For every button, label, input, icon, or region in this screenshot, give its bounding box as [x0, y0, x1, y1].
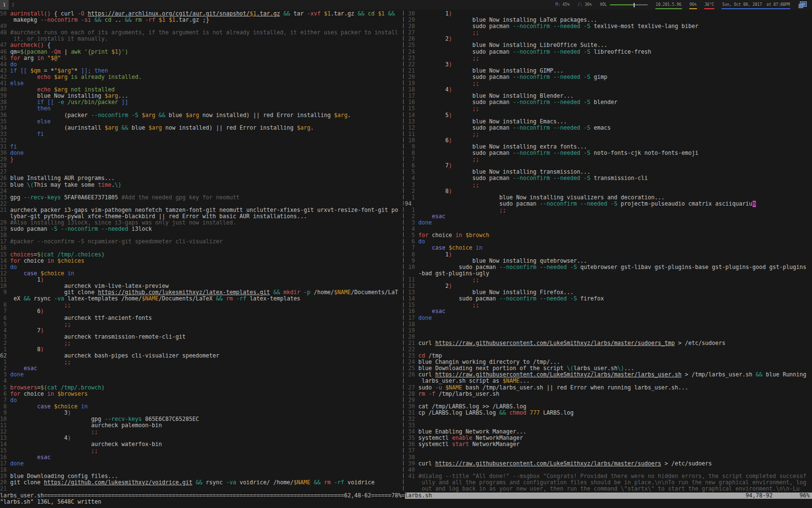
code-text: eX && rsync -va latex-templates /home/$N… [10, 296, 300, 302]
code-text: do [10, 264, 17, 270]
code-line: 19 ;; [405, 80, 812, 87]
code-line: 19 [405, 328, 812, 334]
code-line: 11 1) [0, 277, 402, 283]
line-number: 18 [0, 232, 10, 239]
code-text: aurcheck palemoon-bin [10, 422, 162, 429]
code-line: 4 sudo pacman --noconfirm --needed -S tr… [405, 175, 812, 181]
code-text: if [[ $qm = *"$arg"* ]]; then [10, 68, 108, 74]
code-text: aurcheck vim-live-latex-preview [10, 283, 169, 289]
code-line: 35 systemctl enable NetworkManager [405, 435, 812, 441]
line-number: 20 [405, 74, 419, 80]
code-line: 24 blue Changin working directory to /tm… [405, 359, 812, 365]
volume-slider[interactable] [610, 0, 648, 10]
line-number: 9 [405, 144, 419, 150]
code-line: 10 gpg --recv-keys 865E6C87C65285EC [0, 416, 402, 422]
line-number: 38 [405, 454, 419, 461]
code-text: curl https://raw.githubusercontent.com/L… [419, 461, 712, 467]
code-line: 23 gpg --recv-keys 5FAF0A6EE7371805 #Add… [0, 194, 402, 201]
code-text: 1) [419, 252, 452, 258]
line-number: 31 [0, 144, 10, 150]
line-number: 20 [405, 334, 419, 340]
code-text: 7) [419, 163, 452, 169]
code-text: 8) [10, 346, 44, 353]
line-number: 36 [0, 112, 10, 119]
workspace-tag-2[interactable]: 2 [9, 0, 17, 10]
code-line: 46 qm=$(pacman -Qm | awk '{print $1}') [0, 49, 402, 55]
code-line: 8 ;; [0, 302, 402, 308]
code-text: gpg --recv-keys 5FAF0A6EE7371805 #Add th… [10, 194, 240, 201]
code-line: 41 else [0, 80, 402, 87]
code-line: 36 (packer --noconfirm -S $arg && blue $… [0, 112, 402, 119]
line-number: 36 [405, 441, 419, 448]
line-number: 1 [405, 207, 419, 213]
code-line: 28 rm -f /tmp/larbs_user.sh [405, 391, 812, 397]
code-line: 19 blue Downloading config files... [0, 473, 402, 479]
code-text: git clone https://github.com/lukesmithxy… [10, 289, 398, 296]
code-line: 21 [0, 486, 402, 492]
line-number: 37 [0, 105, 10, 112]
code-line: 18 [0, 467, 402, 473]
code-line: 6 7) [405, 163, 812, 169]
code-line: 45 for arg in "$@" [0, 55, 402, 61]
code-text: fi [10, 131, 44, 137]
editor-pane-larbs-sh[interactable]: 30 1) 29 blue Now installing LaTeX packa… [405, 11, 812, 493]
workspace-tag-1[interactable]: 1 [0, 0, 9, 10]
code-line: 14 for choice in $choices [0, 258, 402, 264]
code-text: gpg --recv-keys 865E6C87C65285EC [10, 416, 199, 422]
code-text: case $choice in [10, 403, 88, 410]
line-number: 38 [0, 99, 10, 105]
code-text: sudo pacman --noconfirm --needed -S emac… [419, 125, 611, 131]
vim-vertical-separator[interactable] [403, 11, 404, 493]
volume-slider-track [635, 4, 648, 5]
code-text: case $choice in [10, 270, 74, 277]
code-text: 1) [419, 11, 452, 17]
line-number: 13 [405, 289, 419, 296]
line-number: 32 [0, 137, 10, 144]
line-number: 17 [0, 239, 10, 245]
code-text: cp /LARBS.log LARBS.log && chmod 777 LAR… [419, 410, 574, 416]
code-line: 9 blue Now installing extra fonts... [405, 144, 812, 150]
code-text: ;; [419, 207, 507, 213]
line-number: 10 [405, 137, 419, 144]
volume-slider-fill [610, 4, 634, 5]
code-line: 13 blue Now installing Firefox... [405, 289, 812, 296]
code-line: 24 sudo pacman --noconfirm --needed -S l… [405, 49, 812, 55]
battery-value: 96% [690, 3, 696, 7]
code-text: aurinstall() { curl -O https://aur.archl… [10, 11, 395, 17]
line-number [0, 17, 10, 23]
code-text: 6) [419, 137, 452, 144]
line-number: 27 [405, 30, 419, 36]
code-line: 15 ;; [405, 105, 812, 112]
code-line: 29 [405, 397, 812, 403]
code-line: 25 blue \(This may take some time.\) [0, 182, 402, 188]
code-line: 12 ;; [0, 429, 402, 435]
code-text: 1) [10, 277, 44, 283]
code-text: #dialog --title "All done!" --msgbox "Co… [419, 473, 807, 479]
line-number: 29 [0, 156, 10, 163]
editor-pane-larbs-user-sh[interactable]: 50 aurinstall() { curl -O https://aur.ar… [0, 11, 402, 493]
line-number: 31 [405, 410, 419, 416]
line-number [405, 486, 419, 492]
code-line: 7 ;; [405, 156, 812, 163]
line-number: 39 [405, 461, 419, 467]
code-line: 36 systemctl start NetworkManager [405, 441, 812, 448]
line-number: 17 [405, 93, 419, 99]
network-tray-icon[interactable] [798, 1, 807, 9]
line-number: 8 [405, 150, 419, 156]
code-text: done [10, 372, 24, 378]
code-text: ;; [419, 302, 479, 308]
code-line: 18 [0, 232, 402, 239]
code-line: 23 cd /tmp [405, 353, 812, 359]
line-number: 34 [0, 125, 10, 131]
line-number: 21 [0, 207, 10, 213]
temperature-indicator: 36°C [704, 0, 714, 10]
code-line: 9 blue Now installing qutebrowser... [405, 258, 812, 264]
code-text: blue Now installing LaTeX packages... [419, 17, 597, 23]
code-text: ;; [419, 80, 479, 87]
line-number: 9 [405, 258, 419, 264]
system-tray [798, 0, 808, 10]
code-line: 1 ;; [0, 359, 402, 365]
terminal-window: 50 aurinstall() { curl -O https://aur.ar… [0, 10, 812, 508]
line-number: 43 [0, 68, 10, 74]
code-line: 2 8) [405, 188, 812, 194]
